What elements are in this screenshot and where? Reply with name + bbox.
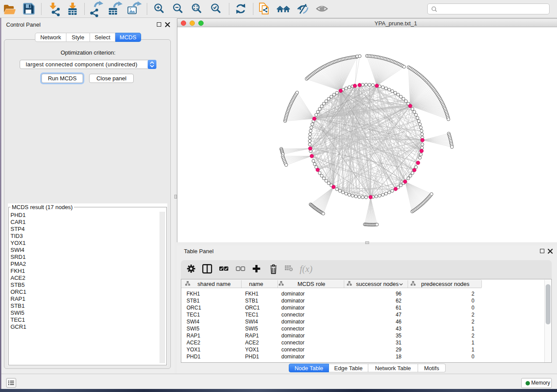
svg-text:f(x): f(x)	[300, 264, 312, 274]
